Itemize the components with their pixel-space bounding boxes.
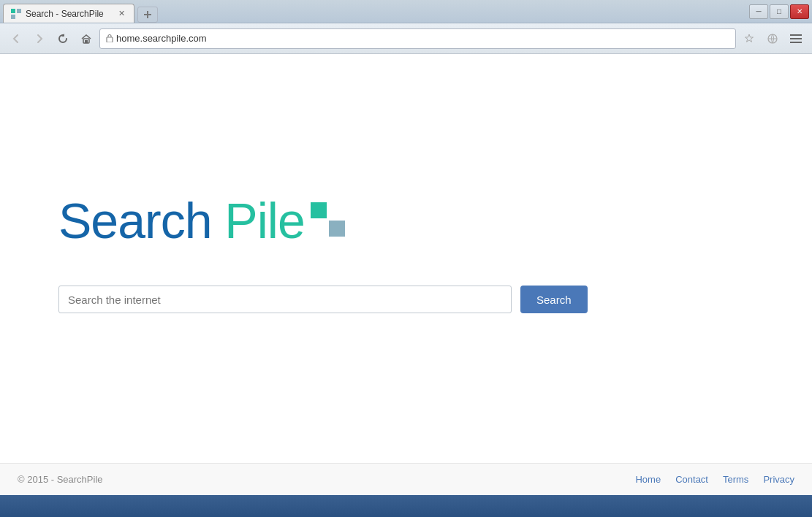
svg-rect-2 xyxy=(11,15,15,19)
search-button[interactable]: Search xyxy=(520,286,588,313)
svg-rect-9 xyxy=(790,34,802,36)
address-lock-icon xyxy=(106,34,113,44)
footer-link-privacy[interactable]: Privacy xyxy=(763,474,794,485)
globe-button[interactable] xyxy=(762,28,783,49)
logo-text: Search Pile xyxy=(58,192,305,249)
footer-links: Home Contact Terms Privacy xyxy=(635,474,794,485)
footer: © 2015 - SearchPile Home Contact Terms P… xyxy=(0,463,812,495)
bookmark-button[interactable] xyxy=(739,28,759,49)
logo-icon-bottom-row xyxy=(311,221,345,237)
browser-window: Search - SearchPile ✕ ─ □ ✕ xyxy=(0,0,812,517)
logo-icon-top-row xyxy=(311,202,345,218)
logo-square-hidden xyxy=(329,202,345,218)
logo-container: Search Pile xyxy=(58,192,345,249)
maximize-button[interactable]: □ xyxy=(770,4,789,19)
search-container: Search xyxy=(58,286,588,313)
footer-link-terms[interactable]: Terms xyxy=(723,474,748,485)
address-input[interactable] xyxy=(116,33,729,44)
footer-link-contact[interactable]: Contact xyxy=(675,474,708,485)
page-content: Search Pile Search xyxy=(0,54,812,495)
address-bar[interactable] xyxy=(99,28,736,49)
home-button[interactable] xyxy=(76,28,96,49)
tab-bar: Search - SearchPile ✕ xyxy=(3,0,749,23)
logo-pile-text: Pile xyxy=(211,193,304,248)
logo-square-teal-top xyxy=(311,202,327,218)
window-controls: ─ □ ✕ xyxy=(749,4,809,19)
svg-rect-4 xyxy=(144,14,151,15)
active-tab[interactable]: Search - SearchPile ✕ xyxy=(3,4,134,23)
logo-search-text: Search xyxy=(58,193,211,248)
svg-rect-0 xyxy=(11,9,15,13)
close-button[interactable]: ✕ xyxy=(790,4,809,19)
svg-rect-7 xyxy=(107,37,113,42)
svg-rect-1 xyxy=(17,9,21,13)
tab-close-button[interactable]: ✕ xyxy=(116,9,126,19)
footer-link-home[interactable]: Home xyxy=(635,474,661,485)
new-tab-button[interactable] xyxy=(137,7,158,23)
svg-rect-10 xyxy=(790,38,802,39)
menu-button[interactable] xyxy=(786,28,806,49)
svg-rect-6 xyxy=(85,40,88,43)
refresh-button[interactable] xyxy=(53,28,73,49)
title-bar: Search - SearchPile ✕ ─ □ ✕ xyxy=(0,0,812,23)
logo-square-gray xyxy=(329,221,345,237)
nav-bar xyxy=(0,23,812,54)
browser-content: Search Pile Search xyxy=(0,54,812,495)
forward-button[interactable] xyxy=(29,28,50,49)
minimize-button[interactable]: ─ xyxy=(749,4,768,19)
logo-icon xyxy=(311,202,345,237)
tab-title: Search - SearchPile xyxy=(26,9,104,19)
logo-square-hidden-2 xyxy=(311,221,327,237)
footer-copyright: © 2015 - SearchPile xyxy=(18,474,103,485)
search-input[interactable] xyxy=(58,286,512,313)
svg-rect-11 xyxy=(790,42,802,43)
back-button[interactable] xyxy=(6,28,26,49)
tab-favicon-icon xyxy=(11,9,21,19)
taskbar xyxy=(0,495,812,517)
